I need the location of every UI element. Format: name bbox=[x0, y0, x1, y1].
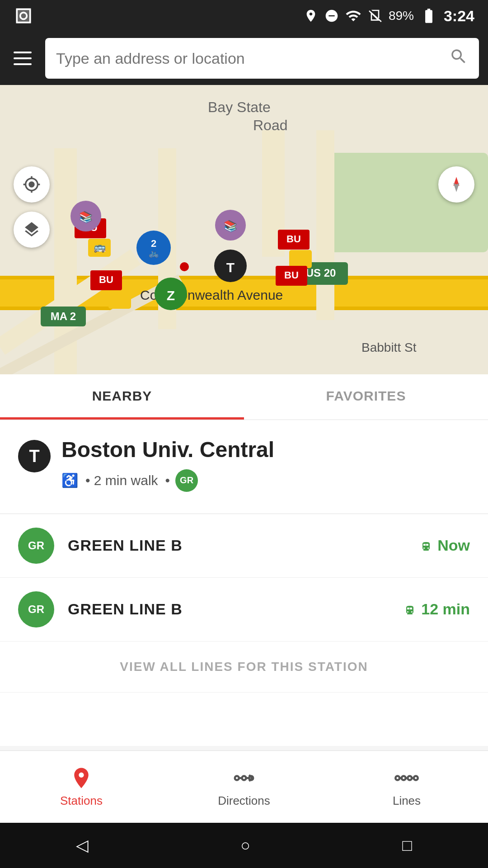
nav-directions[interactable]: Directions bbox=[163, 751, 325, 823]
battery-icon bbox=[420, 7, 437, 24]
wifi-icon bbox=[345, 8, 361, 24]
bottom-nav: Stations Directions Lines bbox=[0, 750, 488, 823]
tram-icon-2 bbox=[404, 605, 415, 616]
svg-point-53 bbox=[414, 776, 418, 780]
svg-rect-26 bbox=[108, 291, 131, 309]
status-bar: 89% 3:24 bbox=[0, 0, 488, 32]
svg-rect-0 bbox=[16, 9, 31, 24]
wheelchair-icon: ♿ bbox=[61, 472, 78, 488]
time-display: 3:24 bbox=[444, 7, 474, 25]
station-name: Boston Univ. Central bbox=[61, 438, 470, 462]
svg-text:Z: Z bbox=[167, 288, 175, 303]
svg-point-45 bbox=[235, 776, 239, 780]
content-area: T Boston Univ. Central ♿ • 2 min walk • … bbox=[0, 420, 488, 746]
svg-point-52 bbox=[408, 776, 412, 780]
svg-point-50 bbox=[395, 776, 399, 780]
nav-stations-label: Stations bbox=[60, 794, 103, 808]
t-logo: T bbox=[18, 440, 51, 472]
svg-rect-32 bbox=[289, 286, 312, 304]
menu-button[interactable] bbox=[9, 45, 36, 72]
view-all-button[interactable]: VIEW ALL LINES FOR THIS STATION bbox=[0, 642, 488, 693]
line-time-2: 12 min bbox=[404, 600, 470, 618]
search-input[interactable] bbox=[56, 50, 449, 67]
directions-icon bbox=[232, 766, 256, 790]
nav-lines-label: Lines bbox=[393, 794, 421, 808]
lines-icon bbox=[394, 766, 419, 790]
layers-button[interactable] bbox=[14, 212, 50, 248]
svg-point-51 bbox=[402, 776, 406, 780]
search-icon[interactable] bbox=[449, 47, 468, 70]
map-svg: Bay State Road Commonwealth Avenue Babb bbox=[0, 85, 488, 374]
status-bar-right: 89% 3:24 bbox=[304, 7, 474, 25]
battery-text: 89% bbox=[389, 9, 414, 23]
dnd-icon bbox=[324, 9, 339, 23]
svg-text:🚲: 🚲 bbox=[149, 248, 159, 258]
location-button[interactable] bbox=[14, 166, 50, 203]
location-status-icon bbox=[304, 9, 318, 23]
recent-button[interactable]: □ bbox=[402, 836, 412, 855]
svg-text:📚: 📚 bbox=[224, 219, 237, 232]
svg-text:📚: 📚 bbox=[79, 210, 93, 223]
svg-point-44 bbox=[180, 262, 189, 271]
android-nav-bar: ◁ ○ □ bbox=[0, 823, 488, 868]
home-button[interactable]: ○ bbox=[240, 836, 250, 855]
tab-favorites[interactable]: FAVORITES bbox=[244, 374, 488, 420]
station-card: T Boston Univ. Central ♿ • 2 min walk • … bbox=[0, 420, 488, 514]
line-badge-2: GR bbox=[18, 591, 54, 627]
svg-rect-29 bbox=[289, 250, 312, 268]
status-bar-left bbox=[14, 6, 33, 26]
nav-lines[interactable]: Lines bbox=[325, 751, 488, 823]
svg-text:BU: BU bbox=[99, 274, 113, 285]
station-meta: ♿ • 2 min walk • GR bbox=[61, 469, 470, 492]
line-badge-1: GR bbox=[18, 528, 54, 564]
line-time-1: Now bbox=[421, 537, 470, 554]
stations-icon bbox=[69, 766, 94, 790]
station-info: Boston Univ. Central ♿ • 2 min walk • GR bbox=[61, 438, 470, 492]
search-input-wrapper[interactable] bbox=[45, 38, 479, 79]
svg-text:T: T bbox=[226, 260, 235, 275]
line-item-2[interactable]: GR GREEN LINE B 12 min bbox=[0, 578, 488, 642]
svg-text:US 20: US 20 bbox=[306, 267, 336, 279]
svg-text:BU: BU bbox=[284, 269, 299, 281]
svg-text:MA 2: MA 2 bbox=[51, 310, 76, 322]
line-name-2: GREEN LINE B bbox=[68, 600, 391, 618]
photo-icon bbox=[14, 6, 33, 26]
tram-icon-1 bbox=[421, 541, 432, 552]
nav-directions-label: Directions bbox=[218, 794, 270, 808]
station-line-badge: GR bbox=[175, 469, 198, 492]
map-area[interactable]: Bay State Road Commonwealth Avenue Babb bbox=[0, 85, 488, 374]
svg-rect-11 bbox=[316, 130, 334, 320]
svg-point-47 bbox=[242, 776, 246, 780]
svg-text:BU: BU bbox=[286, 233, 301, 245]
line-badge: • GR bbox=[165, 469, 198, 492]
compass-button[interactable] bbox=[438, 166, 474, 203]
back-button[interactable]: ◁ bbox=[76, 836, 89, 855]
nav-stations[interactable]: Stations bbox=[0, 751, 163, 823]
tab-nearby[interactable]: NEARBY bbox=[0, 374, 244, 420]
walk-time: • 2 min walk bbox=[85, 473, 158, 488]
line-name-1: GREEN LINE B bbox=[68, 537, 407, 554]
svg-text:Bay State: Bay State bbox=[208, 99, 271, 115]
line-item-1[interactable]: GR GREEN LINE B Now bbox=[0, 514, 488, 578]
svg-text:🚌: 🚌 bbox=[94, 241, 106, 253]
search-bar-container bbox=[0, 32, 488, 85]
svg-text:2: 2 bbox=[151, 238, 156, 249]
svg-text:Babbitt St: Babbitt St bbox=[361, 340, 417, 354]
signal-icon bbox=[368, 9, 382, 23]
tabs-container: NEARBY FAVORITES bbox=[0, 374, 488, 420]
